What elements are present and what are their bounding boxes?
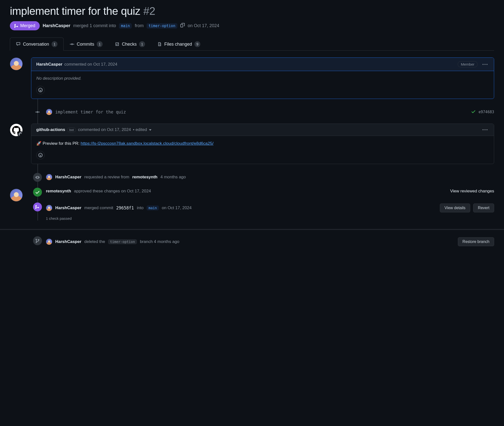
comment-author[interactable]: github-actions bbox=[36, 127, 65, 132]
tab-checks-label: Checks bbox=[122, 42, 137, 47]
git-branch-icon bbox=[33, 236, 42, 245]
timeline-review-request: HarshCasper requested a review from remo… bbox=[31, 174, 494, 180]
section-divider bbox=[0, 229, 504, 230]
merge-target-branch[interactable]: main bbox=[147, 205, 159, 210]
pr-number: #2 bbox=[143, 5, 155, 17]
tab-files-count: 9 bbox=[194, 41, 200, 47]
comment-menu-button[interactable] bbox=[481, 62, 489, 66]
avatar[interactable] bbox=[46, 109, 52, 115]
head-branch-tag[interactable]: timer-option bbox=[147, 23, 177, 29]
deleted-branch-tag: timer-option bbox=[108, 239, 137, 244]
commit-sha[interactable]: e974683 bbox=[479, 110, 494, 114]
merge-icon bbox=[33, 203, 42, 211]
avatar[interactable] bbox=[46, 205, 52, 211]
comment-box: github-actions bot commented on Oct 17, … bbox=[31, 124, 494, 164]
tab-checks[interactable]: Checks 1 bbox=[109, 37, 151, 51]
edited-indicator[interactable]: • edited bbox=[133, 127, 152, 132]
merge-sha[interactable]: 29658f1 bbox=[116, 205, 134, 210]
base-branch-tag[interactable]: main bbox=[119, 23, 132, 29]
checks-passed-note: 1 check passed bbox=[46, 216, 494, 221]
commit-dot-icon bbox=[35, 110, 40, 115]
copy-icon[interactable] bbox=[180, 23, 185, 29]
event-into: into bbox=[137, 205, 144, 210]
avatar[interactable] bbox=[10, 57, 23, 70]
tab-commits-count: 1 bbox=[97, 41, 103, 47]
comment-box: HarshCasper commented on Oct 17, 2024 Me… bbox=[31, 57, 494, 99]
event-actor[interactable]: HarshCasper bbox=[55, 205, 81, 210]
comment-author[interactable]: HarshCasper bbox=[36, 62, 62, 67]
event-text: deleted the bbox=[84, 239, 105, 244]
pr-tabs: Conversation 1 Commits 1 Checks 1 Files … bbox=[10, 37, 494, 51]
event-actor[interactable]: remotesynth bbox=[46, 189, 71, 194]
avatar[interactable] bbox=[46, 174, 52, 180]
pr-title: implement timer for the quiz bbox=[10, 5, 140, 17]
from-word: from bbox=[135, 23, 144, 28]
bot-badge: bot bbox=[67, 128, 76, 132]
chevron-down-icon bbox=[149, 129, 151, 131]
merge-author[interactable]: HarshCasper bbox=[43, 23, 70, 28]
merged-badge: Merged bbox=[10, 21, 40, 30]
role-badge: Member bbox=[458, 61, 478, 67]
timeline-merge: HarshCasper merged commit 29658f1 into m… bbox=[31, 204, 494, 221]
avatar[interactable] bbox=[10, 189, 23, 202]
comment-body-text: No description provided. bbox=[36, 76, 81, 81]
tab-commits-label: Commits bbox=[77, 42, 94, 47]
timeline-branch-delete: HarshCasper deleted the timer-option bra… bbox=[31, 237, 494, 246]
event-when: on Oct 17, 2024 bbox=[162, 205, 192, 210]
avatar[interactable] bbox=[46, 239, 52, 245]
timeline-commit: implement timer for the quiz e974683 bbox=[31, 109, 494, 115]
tab-files-label: Files changed bbox=[164, 42, 192, 47]
event-text: approved these changes on Oct 17, 2024 bbox=[74, 189, 151, 194]
event-reviewer[interactable]: remotesynth bbox=[132, 175, 157, 180]
timeline-approval: remotesynth approved these changes on Oc… bbox=[31, 189, 494, 194]
event-when: 4 months ago bbox=[160, 175, 186, 180]
event-text: requested a review from bbox=[84, 175, 129, 180]
event-actor[interactable]: HarshCasper bbox=[55, 239, 81, 244]
comment-meta: commented on Oct 17, 2024 bbox=[78, 127, 131, 132]
merge-icon bbox=[14, 24, 19, 28]
check-icon bbox=[33, 188, 42, 197]
restore-branch-button[interactable]: Restore branch bbox=[458, 237, 494, 246]
tab-files[interactable]: Files changed 9 bbox=[151, 37, 206, 51]
event-text-2: branch 4 months ago bbox=[140, 239, 179, 244]
smiley-icon bbox=[38, 88, 43, 92]
preview-link[interactable]: https://ls-l2psccosn78ak.sandbox.localst… bbox=[81, 141, 214, 146]
comment-body-prefix: 🚀 Preview for this PR: bbox=[36, 141, 81, 146]
commit-title[interactable]: implement timer for the quiz bbox=[55, 110, 126, 114]
avatar[interactable] bbox=[10, 124, 23, 136]
tab-checks-count: 1 bbox=[139, 41, 145, 47]
event-text: merged commit bbox=[84, 205, 113, 210]
view-reviewed-changes-link[interactable]: View reviewed changes bbox=[450, 189, 494, 194]
eye-icon bbox=[33, 173, 42, 182]
comment-menu-button[interactable] bbox=[481, 128, 489, 132]
merged-badge-label: Merged bbox=[20, 23, 35, 28]
merge-date: on Oct 17, 2024 bbox=[188, 23, 219, 28]
tab-conversation-count: 1 bbox=[52, 41, 57, 47]
tab-commits[interactable]: Commits 1 bbox=[64, 37, 109, 51]
event-actor[interactable]: HarshCasper bbox=[55, 175, 81, 180]
tab-conversation[interactable]: Conversation 1 bbox=[10, 37, 64, 51]
add-reaction-button[interactable] bbox=[36, 86, 45, 94]
comment-meta: commented on Oct 17, 2024 bbox=[64, 62, 117, 67]
tab-conversation-label: Conversation bbox=[23, 42, 49, 47]
revert-button[interactable]: Revert bbox=[473, 204, 494, 212]
view-details-button[interactable]: View details bbox=[440, 204, 470, 212]
add-reaction-button[interactable] bbox=[36, 151, 45, 159]
merge-action-text: merged 1 commit into bbox=[73, 23, 116, 28]
bot-sub-badge-icon bbox=[18, 131, 23, 136]
check-success-icon[interactable] bbox=[471, 109, 476, 115]
smiley-icon bbox=[38, 153, 43, 157]
